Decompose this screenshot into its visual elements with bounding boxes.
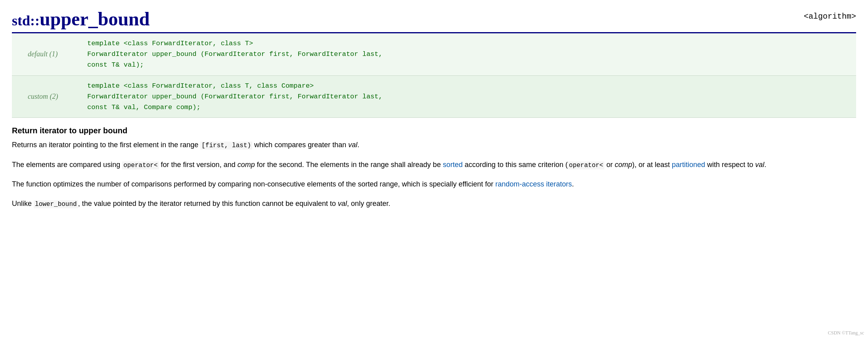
paragraph-4: Unlike lower_bound, the value pointed by…	[12, 198, 856, 210]
code-operator-lt-2: operator<	[568, 161, 604, 169]
std-prefix: std::	[12, 13, 40, 29]
title-text: upper_bound	[40, 8, 149, 29]
val-ref-2: val	[755, 161, 764, 169]
signature-row-default: default (1) template <class ForwardItera…	[12, 33, 856, 75]
random-access-iterators-link[interactable]: random-access iterators	[495, 180, 572, 188]
page-title: std::upper_bound	[12, 8, 149, 30]
sig-label-custom: custom (2)	[12, 75, 79, 118]
sig-code-custom: template <class ForwardIterator, class T…	[79, 75, 856, 118]
section-title: Return iterator to upper bound	[12, 126, 856, 135]
comp-ref-2: comp	[615, 161, 632, 169]
val-ref-3: val	[338, 200, 347, 207]
comp-ref-1: comp	[238, 161, 255, 169]
paragraph-1: Returns an iterator pointing to the firs…	[12, 139, 856, 151]
paragraph-2: The elements are compared using operator…	[12, 159, 856, 171]
algorithm-tag: <algorithm>	[804, 8, 856, 21]
sorted-link[interactable]: sorted	[443, 161, 463, 169]
code-operator-lt: operator<	[122, 161, 159, 169]
code-lower-bound: lower_bound	[34, 200, 78, 208]
signature-table: default (1) template <class ForwardItera…	[12, 33, 856, 118]
paragraph-3: The function optimizes the number of com…	[12, 179, 856, 190]
partitioned-link[interactable]: partitioned	[672, 161, 705, 169]
sig-label-default: default (1)	[12, 33, 79, 75]
content-section: Return iterator to upper bound Returns a…	[12, 120, 856, 210]
code-first-last: [first, last)	[200, 142, 252, 150]
signature-row-custom: custom (2) template <class ForwardIterat…	[12, 75, 856, 118]
val-ref-1: val	[348, 141, 357, 149]
sig-code-default: template <class ForwardIterator, class T…	[79, 33, 856, 75]
header-section: std::upper_bound <algorithm>	[12, 8, 856, 30]
